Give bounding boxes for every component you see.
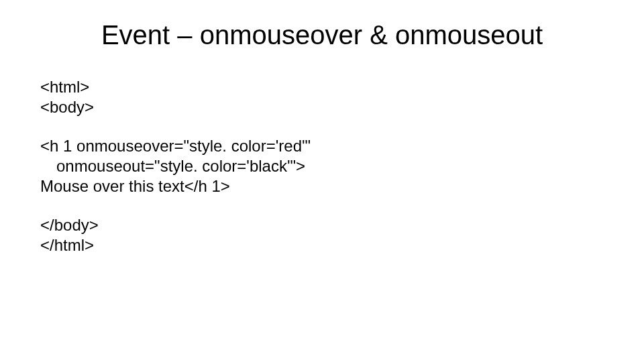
slide: Event – onmouseover & onmouseout <html> …: [0, 0, 644, 362]
code-line: Mouse over this text</h 1>: [40, 176, 604, 196]
code-block-3: </body> </html>: [40, 215, 604, 255]
code-line: </body>: [40, 215, 604, 235]
slide-title: Event – onmouseover & onmouseout: [40, 20, 604, 50]
code-line: <html>: [40, 77, 604, 97]
code-line: <h 1 onmouseover="style. color='red'": [40, 136, 604, 156]
code-line: </html>: [40, 235, 604, 255]
code-line: onmouseout="style. color='black'">: [40, 156, 604, 176]
code-block-2: <h 1 onmouseover="style. color='red'" on…: [40, 136, 604, 196]
slide-body: <html> <body> <h 1 onmouseover="style. c…: [40, 77, 604, 255]
code-block-1: <html> <body>: [40, 77, 604, 117]
code-line: <body>: [40, 97, 604, 117]
